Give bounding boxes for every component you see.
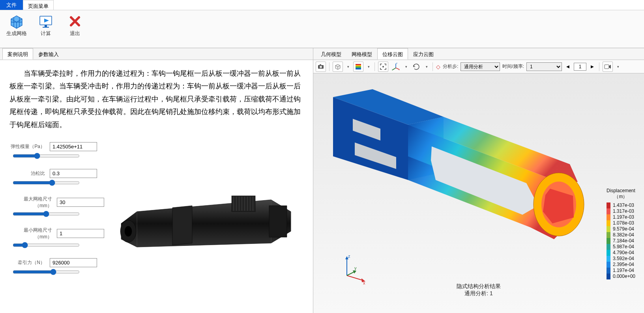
legend-entry: 2.395e-04 xyxy=(607,262,635,268)
legend-value: 3.592e-04 xyxy=(613,256,634,262)
legend-value: 4.790e-04 xyxy=(613,250,634,256)
legend-entry: 9.579e-04 xyxy=(607,226,635,232)
axis-triad: z x y xyxy=(337,254,369,285)
param-label: 弹性模量（Pa） xyxy=(9,143,47,150)
result-subtitle: 通用分析: 1 xyxy=(457,290,501,297)
legend-title: Displacement （m） xyxy=(607,188,635,200)
analysis-step-select[interactable]: 通用分析 xyxy=(461,62,500,71)
prev-frame-icon[interactable]: ◄ xyxy=(564,62,571,72)
record-icon[interactable] xyxy=(603,62,613,72)
exit-button[interactable]: 退出 xyxy=(64,13,86,45)
tab-geometry[interactable]: 几何模型 xyxy=(316,48,346,60)
camera-icon[interactable] xyxy=(316,62,326,72)
exit-label: 退出 xyxy=(70,30,80,37)
legend-swatch xyxy=(607,220,610,226)
legend-value: 7.184e-04 xyxy=(613,238,634,244)
fit-view-icon[interactable] xyxy=(378,62,388,72)
param-min-mesh: 最小网格尺寸（mm） xyxy=(9,227,104,249)
legend-value: 0.000e+00 xyxy=(613,274,635,279)
time-freq-select[interactable]: 1 xyxy=(526,62,562,71)
legend-entry: 1.078e-03 xyxy=(607,220,635,226)
svg-rect-20 xyxy=(356,68,361,69)
contour-icon[interactable] xyxy=(353,62,363,72)
svg-text:z: z xyxy=(348,254,350,259)
legend-value: 5.987e-04 xyxy=(613,244,634,250)
svg-rect-1 xyxy=(45,25,47,27)
frame-input[interactable] xyxy=(574,63,586,71)
poisson-input[interactable] xyxy=(50,169,97,178)
legend-entry: 1.197e-03 xyxy=(607,214,635,220)
menu-bar: 文件 页面菜单 xyxy=(0,0,644,10)
legend-value: 1.437e-03 xyxy=(613,202,634,208)
svg-rect-2 xyxy=(43,27,49,28)
legend-swatch xyxy=(607,268,610,274)
viewport-3d[interactable]: z x y 隐式结构分析结果 通用分析: 1 Displacement （m） … xyxy=(313,73,644,313)
cube-view-icon[interactable] xyxy=(333,62,343,72)
compute-button[interactable]: 计算 xyxy=(35,13,57,45)
param-poisson: 泊松比 xyxy=(9,169,104,187)
legend-entry: 1.437e-03 xyxy=(607,202,635,208)
legend-value: 1.078e-03 xyxy=(613,220,634,226)
tab-mesh-model[interactable]: 网格模型 xyxy=(346,48,377,60)
step-marker-icon: ◇ xyxy=(436,64,440,70)
legend-value: 1.197e-03 xyxy=(613,214,634,220)
result-caption: 隐式结构分析结果 通用分析: 1 xyxy=(457,283,501,297)
ribbon-toolbar: 生成网格 计算 退出 xyxy=(0,10,644,48)
legend-swatch xyxy=(607,244,610,250)
legend-swatch xyxy=(607,256,610,262)
dropdown-icon[interactable]: ▾ xyxy=(366,65,371,69)
legend-swatch xyxy=(607,226,610,232)
menu-file[interactable]: 文件 xyxy=(0,0,23,10)
generate-mesh-label: 生成网格 xyxy=(6,30,27,37)
legend-entry: 0.000e+00 xyxy=(607,274,635,279)
legend-entry: 8.382e-04 xyxy=(607,232,635,238)
tab-displacement[interactable]: 位移云图 xyxy=(377,48,408,60)
svg-rect-28 xyxy=(605,65,609,69)
dropdown-icon[interactable]: ▾ xyxy=(424,65,429,69)
legend-swatch xyxy=(607,208,610,214)
left-content: 当车辆受牵拉时，作用力的传递过程为：车钩一钩尾框一后从板一缓冲器一前从板一前从板… xyxy=(0,60,313,313)
svg-point-21 xyxy=(382,66,384,67)
elastic-modulus-input[interactable] xyxy=(50,142,97,151)
legend-value: 1.197e-04 xyxy=(613,268,634,274)
rotate-icon[interactable] xyxy=(411,62,421,72)
analysis-step-label: 分析步: xyxy=(443,63,458,70)
left-tabs: 案例说明 参数输入 xyxy=(0,48,313,60)
legend-swatch xyxy=(607,214,610,220)
menu-page[interactable]: 页面菜单 xyxy=(23,0,54,10)
tab-case-desc[interactable]: 案例说明 xyxy=(2,48,33,60)
dropdown-icon[interactable]: ▾ xyxy=(403,65,409,69)
svg-point-15 xyxy=(320,66,322,68)
dropdown-icon[interactable]: ▾ xyxy=(615,65,621,69)
next-frame-icon[interactable]: ► xyxy=(589,62,596,72)
tab-stress[interactable]: 应力云图 xyxy=(408,48,439,60)
legend-swatch xyxy=(607,238,610,244)
svg-rect-16 xyxy=(320,64,321,66)
param-label: 最大网格尺寸（mm） xyxy=(9,196,54,209)
max-mesh-slider[interactable] xyxy=(13,211,80,217)
parameter-area: 弹性模量（Pa） 泊松比 最大网格尺 xyxy=(9,142,303,285)
poisson-slider[interactable] xyxy=(13,180,80,186)
svg-rect-3 xyxy=(232,196,255,212)
generate-mesh-button[interactable]: 生成网格 xyxy=(6,13,28,45)
traction-slider[interactable] xyxy=(13,269,80,275)
parameter-list: 弹性模量（Pa） 泊松比 最大网格尺 xyxy=(9,142,104,285)
svg-line-33 xyxy=(347,276,364,281)
param-label: 泊松比 xyxy=(9,170,47,177)
elastic-modulus-slider[interactable] xyxy=(13,153,80,159)
max-mesh-input[interactable] xyxy=(57,198,104,207)
compute-label: 计算 xyxy=(41,30,51,37)
traction-input[interactable] xyxy=(50,258,97,267)
axis-icon[interactable]: zxy xyxy=(391,62,401,72)
dropdown-icon[interactable]: ▾ xyxy=(345,65,351,69)
param-elastic-modulus: 弹性模量（Pa） xyxy=(9,142,104,160)
legend-swatch xyxy=(607,262,610,268)
legend-entry: 1.317e-03 xyxy=(607,208,635,214)
param-label: 牵引力（N） xyxy=(9,259,47,266)
min-mesh-slider[interactable] xyxy=(13,242,80,248)
tab-param-input[interactable]: 参数输入 xyxy=(33,48,64,60)
main-area: 案例说明 参数输入 当车辆受牵拉时，作用力的传递过程为：车钩一钩尾框一后从板一缓… xyxy=(0,48,644,313)
min-mesh-input[interactable] xyxy=(57,229,104,238)
param-label: 最小网格尺寸（mm） xyxy=(9,227,54,240)
svg-text:x: x xyxy=(363,281,365,285)
